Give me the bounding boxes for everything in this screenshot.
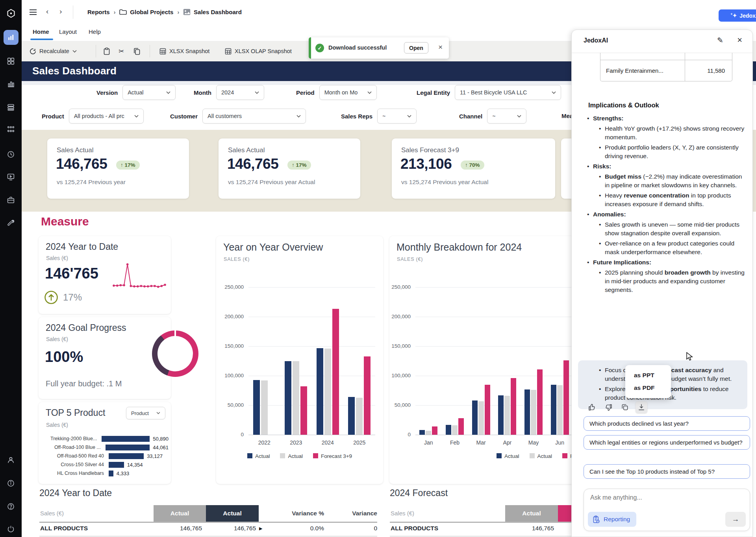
chevron-down-icon xyxy=(296,115,301,118)
sidebar-item-marketplace-briefcase-icon[interactable] xyxy=(6,195,16,205)
reporting-context-chip[interactable]: Reporting xyxy=(588,512,636,527)
chart-legend: ActualActualForecast 3+9 xyxy=(497,453,579,459)
filter-select-customer[interactable]: All customers xyxy=(202,109,306,124)
sidebar-item-modeler-icon[interactable] xyxy=(6,124,16,134)
nav-back-icon[interactable]: ‹ xyxy=(46,7,48,16)
power-icon[interactable] xyxy=(6,524,16,533)
bar-actual xyxy=(419,430,425,435)
ai-bullet-list: Strengths:Health YoY growth (+17.2%) sho… xyxy=(587,113,747,296)
copy-button[interactable] xyxy=(133,41,140,61)
x-axis-label: 2025 xyxy=(348,439,371,446)
sidebar-item-designer-grid-icon[interactable] xyxy=(6,56,16,66)
sidebar-item-administration-wrench-icon[interactable] xyxy=(6,218,16,228)
y-axis-tick: 50,000 xyxy=(389,402,411,408)
top5-label: Cross-150 Silver 44 xyxy=(41,462,104,467)
sidebar-item-reports-active[interactable] xyxy=(4,30,19,45)
info-icon[interactable] xyxy=(6,478,16,488)
table-cell-value: 0 xyxy=(318,525,377,532)
bar-actual xyxy=(498,395,504,435)
send-button[interactable]: → xyxy=(725,512,746,527)
mouse-cursor xyxy=(686,352,695,362)
top5-value: 44,061 xyxy=(153,445,169,450)
download-as-ppt[interactable]: as PPT xyxy=(625,369,671,382)
cut-button[interactable]: ✂ xyxy=(119,41,124,61)
filter-select-product[interactable]: All products - All prc xyxy=(69,109,144,124)
legend-swatch xyxy=(280,453,285,458)
bar-actual xyxy=(324,349,331,435)
close-icon[interactable]: × xyxy=(737,35,742,45)
filter-select-version[interactable]: Actual xyxy=(122,85,176,100)
filter-select-channel[interactable]: ~ xyxy=(487,109,526,124)
suggestion-chip[interactable]: Which products declined vs last year? xyxy=(584,416,750,431)
sidebar-item-presentations-icon[interactable] xyxy=(6,172,16,181)
paste-button[interactable] xyxy=(104,41,110,61)
column-header-actual-dark[interactable]: Actual xyxy=(206,505,259,522)
tab-layout[interactable]: Layout xyxy=(59,28,77,35)
active-tab-underline xyxy=(30,39,53,40)
gridline xyxy=(415,376,573,376)
spreadsheet-icon xyxy=(225,48,232,55)
kpi-delta-badge: ↑ 17% xyxy=(287,161,311,170)
kpi-delta-badge: ↑ 17% xyxy=(116,161,140,170)
nav-forward-icon[interactable]: › xyxy=(59,7,62,16)
suggestion-chip[interactable]: Can I see the Top 10 products instead of… xyxy=(584,464,750,479)
bar-actual xyxy=(285,361,291,435)
ytd-delta: 17% xyxy=(63,292,82,303)
filter-select-legal-entity[interactable]: 11 - Best Bicycle USA LLC xyxy=(455,85,561,100)
breadcrumb-sales-dashboard[interactable]: Sales Dashboard xyxy=(194,9,242,15)
filter-select-sales-reps[interactable]: ~ xyxy=(377,109,417,124)
monthly-chart-card: Monthly Breakdown for 2024 SALES (€) 250… xyxy=(389,236,579,484)
ai-section-title: Implications & Outlook xyxy=(588,101,659,109)
copy-response-icon[interactable] xyxy=(619,401,631,413)
breadcrumb-global-projects[interactable]: Global Projects xyxy=(130,9,173,15)
drill-arrow-icon[interactable]: ▶ xyxy=(259,526,262,531)
edit-pencil-icon[interactable]: ✎ xyxy=(717,36,723,45)
thumbs-down-icon[interactable] xyxy=(602,401,614,413)
tab-home[interactable]: Home xyxy=(33,28,49,35)
xlsx-olap-snapshot-button[interactable]: XLSX OLAP Snapshot xyxy=(225,41,292,61)
toast-open-button[interactable]: Open xyxy=(404,42,428,54)
folder-icon xyxy=(119,9,127,15)
sidebar-item-database-icon[interactable] xyxy=(6,102,16,112)
legend-swatch xyxy=(247,453,252,458)
goal-value: 100% xyxy=(45,349,83,365)
legend-swatch xyxy=(497,453,502,458)
bar-actual xyxy=(531,390,536,435)
x-axis-label: Apr xyxy=(495,439,519,446)
sidebar-item-charts-icon[interactable] xyxy=(6,79,16,89)
top5-label: HL Cross Handlebars xyxy=(41,471,104,476)
filter-select-period[interactable]: Month on Mo xyxy=(319,85,377,100)
jedoxai-open-button[interactable]: +✦ JedoxAI xyxy=(719,9,756,22)
breadcrumb: Reports › Global Projects › Sales Dashbo… xyxy=(87,9,242,15)
table-row: Family Enterainmen... 11,580 xyxy=(600,60,732,81)
user-icon[interactable] xyxy=(6,455,16,465)
sparkle-plus-icon: +✦ xyxy=(730,12,737,18)
chart-title: Year on Year Overview xyxy=(223,242,323,253)
breadcrumb-reports[interactable]: Reports xyxy=(87,9,110,15)
filter-select-month[interactable]: 2024 xyxy=(216,85,264,100)
legend-item: Actual xyxy=(280,453,303,459)
recalculate-button[interactable]: Recalculate xyxy=(30,41,77,61)
toast-close-icon[interactable]: × xyxy=(438,43,443,52)
y-axis-tick: 200,000 xyxy=(389,314,411,319)
xlsx-olap-snapshot-label: XLSX OLAP Snapshot xyxy=(235,48,292,54)
xlsx-snapshot-button[interactable]: XLSX Snapshot xyxy=(159,41,209,61)
help-icon[interactable] xyxy=(6,502,16,511)
download-as-pdf[interactable]: as PDF xyxy=(625,382,671,394)
suggestion-chip[interactable]: Which legal entities or regions underper… xyxy=(584,435,750,450)
ask-anything-input[interactable] xyxy=(589,494,741,502)
jedoxai-panel-title: JedoxAI xyxy=(584,37,608,44)
tab-help[interactable]: Help xyxy=(89,28,101,35)
card-title: 2024 Year to Date xyxy=(46,242,118,252)
sidebar-item-scheduler-clock-icon[interactable] xyxy=(6,149,16,159)
top5-dimension-select[interactable]: Product xyxy=(126,407,165,419)
table-cell-value: 146,765 xyxy=(143,525,202,532)
ytd-value: 146'765 xyxy=(45,265,98,282)
filter-channel: Channel~ xyxy=(459,109,526,124)
thumbs-up-icon[interactable] xyxy=(586,401,598,413)
download-response-icon[interactable] xyxy=(636,401,647,413)
recalculate-icon xyxy=(30,48,36,55)
bar-actual xyxy=(524,389,530,435)
ytd-kpi-card: 2024 Year to Date Sales (€) 146'765 17% xyxy=(39,236,171,314)
menu-hamburger-icon[interactable] xyxy=(30,9,37,15)
